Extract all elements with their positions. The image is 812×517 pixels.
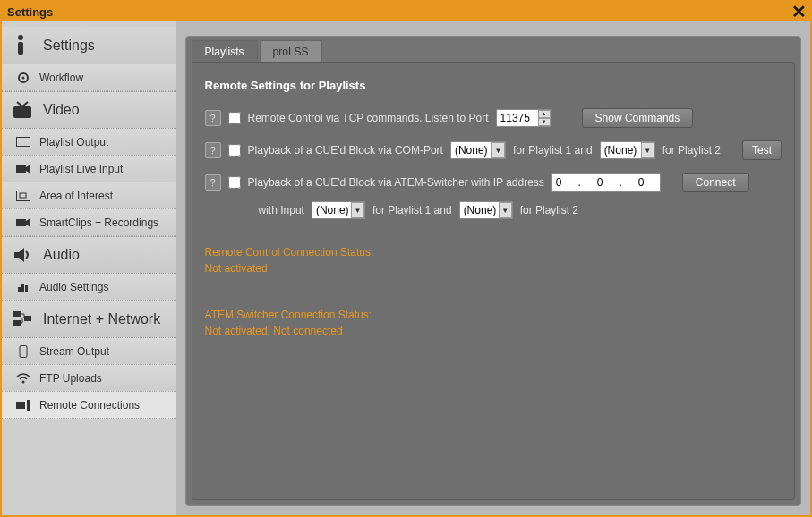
tab-content: Remote Settings for Playlists ? Remote C… [192, 62, 795, 500]
atem-ip-input[interactable] [551, 173, 661, 192]
status-title: Remote Control Connection Status: [205, 244, 782, 260]
camera-record-icon [14, 216, 32, 230]
tab-label: Playlists [205, 46, 244, 58]
atem-mid-label: for Playlist 1 and [372, 204, 452, 216]
svg-rect-9 [20, 193, 26, 198]
sidebar-item-playlist-output[interactable]: Playlist Output [2, 129, 176, 156]
sidebar-item-label: Playlist Output [39, 136, 108, 148]
port-spinner: ▲ ▼ [496, 109, 551, 127]
tcp-label: Remote Control via TCP commands. Listen … [248, 112, 489, 124]
sidebar-item-label: FTP Uploads [39, 372, 102, 385]
camera-icon [14, 162, 32, 176]
sidebar-item-label: Area of Interest [39, 190, 113, 202]
sidebar-item-remote-connections[interactable]: Remote Connections [2, 392, 176, 419]
svg-rect-4 [13, 106, 31, 118]
speaker-icon [11, 243, 34, 267]
gear-icon [14, 71, 32, 85]
help-icon[interactable]: ? [205, 110, 221, 126]
svg-rect-19 [20, 345, 27, 357]
svg-rect-17 [13, 320, 21, 326]
tab-prolss[interactable]: proLSS [260, 40, 322, 62]
svg-rect-18 [24, 316, 31, 321]
bars-icon [14, 280, 32, 294]
status-title: ATEM Switcher Connection Status: [205, 307, 782, 323]
with-input-label: with Input [259, 204, 304, 216]
tcp-checkbox[interactable] [228, 112, 241, 124]
wifi-icon [14, 371, 32, 386]
atem-label: Playback of a CUE'd Block via ATEM-Switc… [248, 176, 544, 189]
svg-point-20 [22, 380, 25, 383]
sidebar: Settings Workflow Video Playlist Output [2, 21, 176, 515]
tab-label: proLSS [273, 46, 309, 58]
sidebar-cat-internet-network[interactable]: Internet + Network [2, 301, 176, 338]
chevron-down-icon[interactable]: ▼ [491, 142, 505, 158]
com-label: Playback of a CUE'd Block via COM-Port [248, 144, 443, 157]
sidebar-item-stream-output[interactable]: Stream Output [2, 338, 176, 365]
sidebar-item-workflow[interactable]: Workflow [2, 64, 176, 91]
connect-button[interactable]: Connect [682, 173, 749, 192]
atem-input1-select[interactable]: (None) ▼ [312, 201, 365, 219]
sidebar-cat-audio[interactable]: Audio [2, 236, 176, 274]
sidebar-item-label: SmartClips + Recordings [39, 216, 158, 229]
svg-rect-21 [16, 402, 25, 409]
network-icon [11, 308, 34, 331]
svg-rect-1 [18, 42, 23, 55]
row-tcp: ? Remote Control via TCP commands. Liste… [205, 108, 782, 128]
titlebar: Settings ✕ [2, 2, 810, 21]
com-port2-select[interactable]: (None) ▼ [600, 141, 655, 159]
status-value: Not activated [205, 260, 782, 276]
row-atem-inputs: with Input (None) ▼ for Playlist 1 and (… [205, 201, 782, 219]
close-icon[interactable]: ✕ [791, 4, 807, 20]
sidebar-cat-label: Video [43, 102, 80, 118]
status-value: Not activated. Not connected [205, 323, 782, 339]
svg-rect-22 [27, 400, 30, 411]
sidebar-item-label: Audio Settings [39, 281, 108, 293]
svg-marker-11 [26, 218, 30, 227]
sidebar-item-area-of-interest[interactable]: Area of Interest [2, 182, 176, 209]
help-icon[interactable]: ? [205, 174, 221, 191]
chevron-down-icon[interactable]: ▼ [351, 202, 364, 218]
chevron-down-icon[interactable]: ▼ [499, 202, 512, 218]
settings-window: Settings ✕ Settings Workflow [0, 0, 812, 517]
sidebar-item-label: Remote Connections [39, 399, 140, 411]
com-checkbox[interactable] [228, 144, 241, 157]
row-com: ? Playback of a CUE'd Block via COM-Port… [205, 140, 782, 160]
sidebar-item-audio-settings[interactable]: Audio Settings [2, 274, 176, 301]
svg-point-0 [18, 35, 23, 40]
show-commands-button[interactable]: Show Commands [582, 108, 694, 128]
remote-status: Remote Control Connection Status: Not ac… [205, 244, 782, 276]
svg-point-3 [22, 76, 25, 79]
body: Settings Workflow Video Playlist Output [2, 21, 810, 515]
tab-bar: Playlists proLSS [186, 37, 800, 62]
monitor-icon [14, 135, 32, 149]
test-button[interactable]: Test [742, 140, 782, 160]
help-icon[interactable]: ? [205, 142, 221, 158]
remote-icon [14, 398, 32, 412]
label-mid2: for Playlist 2 [662, 144, 721, 157]
svg-rect-13 [18, 287, 21, 292]
button-label: Show Commands [595, 112, 680, 124]
atem-end-label: for Playlist 2 [520, 204, 578, 216]
atem-checkbox[interactable] [228, 176, 241, 189]
atem-input2-select[interactable]: (None) ▼ [459, 201, 513, 219]
sidebar-cat-label: Settings [43, 38, 95, 54]
spinner-arrows: ▲ ▼ [538, 110, 551, 126]
sidebar-item-smartclips-recordings[interactable]: SmartClips + Recordings [2, 209, 176, 236]
info-icon [11, 34, 34, 57]
sidebar-cat-video[interactable]: Video [2, 91, 176, 129]
svg-marker-7 [26, 165, 30, 174]
chevron-down-icon[interactable]: ▼ [641, 142, 654, 158]
sidebar-item-label: Stream Output [39, 345, 109, 358]
main-area: Playlists proLSS Remote Settings for Pla… [176, 21, 810, 515]
svg-rect-6 [16, 165, 26, 173]
tab-playlists[interactable]: Playlists [192, 40, 258, 62]
sidebar-item-playlist-live-input[interactable]: Playlist Live Input [2, 156, 176, 182]
spinner-up-icon[interactable]: ▲ [538, 110, 551, 118]
svg-rect-8 [17, 191, 30, 200]
sidebar-item-ftp-uploads[interactable]: FTP Uploads [2, 365, 176, 392]
com-port1-select[interactable]: (None) ▼ [450, 141, 506, 159]
spinner-down-icon[interactable]: ▼ [538, 118, 551, 126]
svg-rect-14 [21, 284, 24, 292]
panel-heading: Remote Settings for Playlists [205, 79, 782, 92]
sidebar-cat-settings[interactable]: Settings [2, 27, 176, 64]
